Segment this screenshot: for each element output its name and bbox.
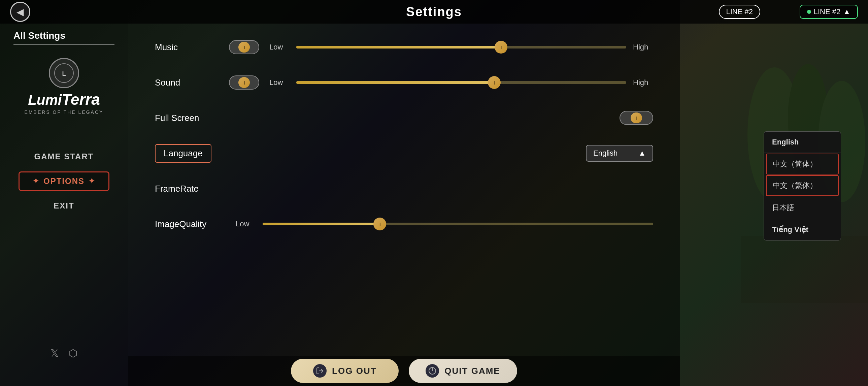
- imagequality-slider-fill: [262, 222, 380, 225]
- language-selected-value: English: [593, 149, 618, 158]
- dropdown-option-english[interactable]: English: [764, 132, 841, 153]
- sound-slider-container: Low High: [269, 78, 653, 87]
- sidebar-socials: 𝕏 ⬡: [51, 347, 78, 359]
- dropdown-option-chinese-traditional[interactable]: 中文（繁体）: [766, 175, 839, 196]
- sidebar-nav: GAME START ✦ OPTIONS ✦ EXIT: [0, 152, 128, 210]
- language-dropdown-arrow: ▲: [639, 149, 646, 158]
- logout-icon: [313, 364, 327, 378]
- back-icon: ◀: [17, 6, 24, 18]
- sidebar-item-game-start[interactable]: GAME START: [34, 152, 94, 161]
- sound-slider-thumb[interactable]: [488, 76, 501, 89]
- imagequality-row: ImageQuality Low: [155, 214, 653, 234]
- sidebar-item-options[interactable]: ✦ OPTIONS ✦: [19, 172, 110, 191]
- line-badge-button[interactable]: LINE #2: [719, 5, 761, 19]
- imagequality-low-label: Low: [236, 219, 256, 228]
- sidebar-item-exit[interactable]: EXIT: [54, 201, 74, 210]
- line-badge-label: LINE #2: [726, 7, 753, 16]
- bottom-bar: LOG OUT QUIT GAME: [128, 356, 680, 386]
- language-label-box: Language: [155, 144, 212, 163]
- imagequality-slider-thumb[interactable]: [373, 217, 386, 230]
- dropdown-option-chinese-simplified[interactable]: 中文（简体）: [766, 154, 839, 175]
- chevron-up-icon: ▲: [843, 7, 850, 16]
- sound-slider-fill: [296, 81, 494, 84]
- music-slider-thumb[interactable]: [495, 41, 507, 54]
- logo-icon: L: [54, 63, 74, 83]
- sidebar: All Settings L LumiTerra EMBERS OF THE L…: [0, 24, 128, 386]
- svg-text:L: L: [62, 70, 66, 77]
- logo-subtitle: EMBERS OF THE LEGACY: [25, 110, 104, 115]
- logout-label: LOG OUT: [332, 366, 376, 376]
- language-dropdown: English 中文（简体） 中文（繁体） 日本語 Tiếng Việt: [764, 131, 841, 240]
- logo-terra: Terra: [62, 91, 100, 108]
- music-label: Music: [155, 42, 229, 53]
- quit-label: QUIT GAME: [444, 366, 500, 376]
- language-label: Language: [164, 148, 203, 158]
- language-select-button[interactable]: English ▲: [586, 145, 653, 162]
- music-toggle[interactable]: [229, 40, 259, 54]
- fullscreen-row: Full Screen: [155, 108, 653, 128]
- fullscreen-toggle-container: [620, 111, 653, 125]
- quit-icon: [426, 364, 439, 378]
- options-icon-left: ✦: [33, 177, 39, 186]
- dropdown-option-vietnamese[interactable]: Tiếng Việt: [764, 219, 841, 240]
- discord-icon[interactable]: ⬡: [69, 347, 78, 359]
- music-slider-track[interactable]: [296, 46, 626, 49]
- logo-circle: L: [49, 58, 79, 88]
- imagequality-slider-track[interactable]: [262, 222, 653, 225]
- logout-button[interactable]: LOG OUT: [291, 359, 399, 383]
- options-label: OPTIONS: [43, 177, 85, 186]
- all-settings-title: All Settings: [13, 30, 115, 44]
- music-row: Music Low High: [155, 37, 653, 57]
- logo-area: L LumiTerra EMBERS OF THE LEGACY: [25, 58, 104, 115]
- sound-row: Sound Low High: [155, 72, 653, 93]
- logo-text: LumiTerra EMBERS OF THE LEGACY: [25, 91, 104, 115]
- header: ◀ Settings LINE #2 LINE #2 ▲: [0, 0, 868, 24]
- language-row: Language English ▲: [155, 143, 653, 164]
- imagequality-label: ImageQuality: [155, 219, 229, 229]
- logo-lumi: Lumi: [28, 92, 62, 108]
- sound-low-label: Low: [269, 78, 289, 87]
- dropdown-option-japanese[interactable]: 日本語: [764, 197, 841, 219]
- quit-button[interactable]: QUIT GAME: [409, 359, 517, 383]
- fullscreen-toggle-knob: [631, 113, 642, 123]
- line-active-label: LINE #2: [814, 7, 841, 16]
- sound-slider-track[interactable]: [296, 81, 626, 84]
- sound-toggle[interactable]: [229, 76, 259, 90]
- twitter-icon[interactable]: 𝕏: [51, 347, 59, 359]
- back-button[interactable]: ◀: [10, 2, 30, 22]
- svg-rect-3: [741, 236, 868, 303]
- music-slider-container: Low High: [269, 43, 653, 52]
- fullscreen-label: Full Screen: [155, 113, 229, 123]
- music-slider-fill: [296, 46, 501, 49]
- sound-toggle-knob: [238, 77, 250, 88]
- settings-panel: Music Low High Sound Low High: [128, 24, 680, 386]
- fullscreen-toggle[interactable]: [620, 111, 653, 125]
- online-indicator: [807, 10, 811, 14]
- options-icon-right: ✦: [89, 177, 95, 186]
- framerate-label: FrameRate: [155, 184, 229, 194]
- page-title: Settings: [406, 5, 462, 19]
- line-active-button[interactable]: LINE #2 ▲: [800, 5, 858, 19]
- music-toggle-knob: [238, 42, 250, 53]
- imagequality-slider-container: Low: [236, 219, 653, 228]
- music-low-label: Low: [269, 43, 289, 52]
- music-high-label: High: [633, 43, 653, 52]
- sound-label: Sound: [155, 78, 229, 88]
- framerate-row: FrameRate: [155, 179, 653, 199]
- sound-high-label: High: [633, 78, 653, 87]
